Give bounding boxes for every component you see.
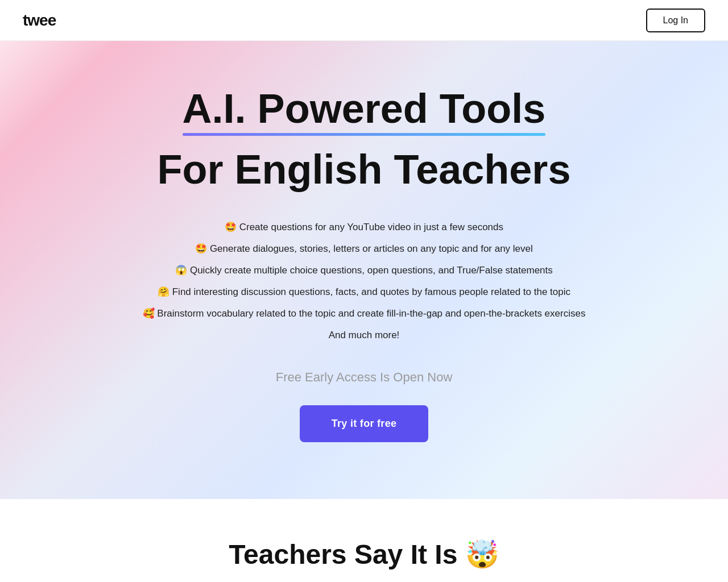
testimonials-title: Teachers Say It Is 🤯 (34, 539, 694, 571)
testimonials-section: Teachers Say It Is 🤯 The service is trul… (0, 499, 728, 582)
feature-item: 😱 Quickly create multiple choice questio… (143, 261, 586, 280)
cta-button[interactable]: Try it for free (300, 405, 429, 442)
early-access-text: Free Early Access Is Open Now (276, 370, 453, 385)
hero-title: A.I. Powered Tools (183, 86, 546, 131)
hero-section: A.I. Powered Tools For English Teachers … (0, 41, 728, 499)
hero-title-line1: A.I. Powered Tools (183, 86, 546, 131)
logo: twee (23, 11, 56, 30)
login-button[interactable]: Log In (646, 9, 705, 32)
feature-item: 🤗 Find interesting discussion questions,… (143, 282, 586, 302)
feature-item: 🤩 Create questions for any YouTube video… (143, 218, 586, 237)
feature-item: 🤩 Generate dialogues, stories, letters o… (143, 239, 586, 259)
feature-item: And much more! (143, 326, 586, 345)
features-list: 🤩 Create questions for any YouTube video… (143, 215, 586, 347)
header: twee Log In (0, 0, 728, 41)
hero-subtitle: For English Teachers (158, 146, 571, 193)
feature-item: 🥰 Brainstorm vocabulary related to the t… (143, 304, 586, 323)
